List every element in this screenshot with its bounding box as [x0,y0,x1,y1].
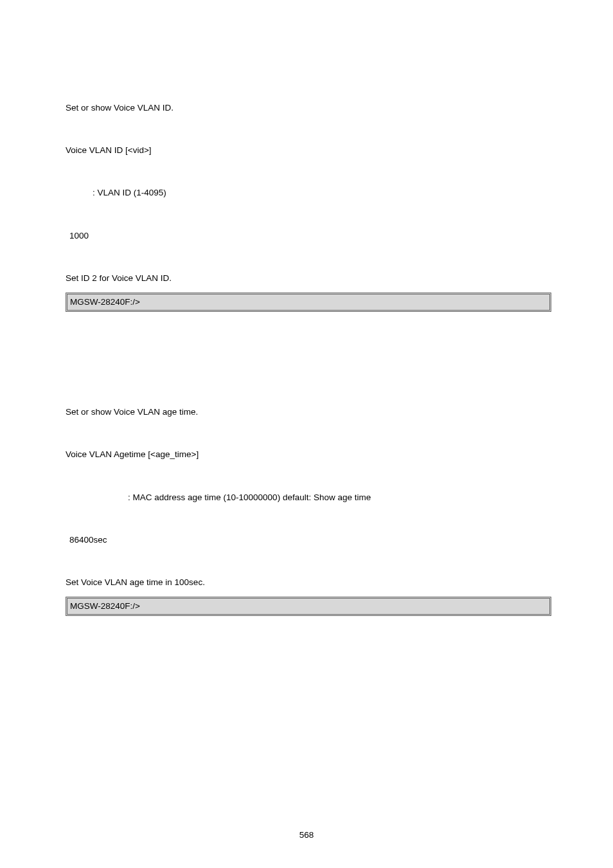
s2-code-prompt: MGSW-28240F:/> [70,601,547,611]
s2-example-desc: Set Voice VLAN age time in 100sec. [66,577,547,588]
s1-code-prompt: MGSW-28240F:/> [70,297,547,307]
page-number: 568 [0,830,613,840]
section-spacer [66,312,547,407]
s1-example-desc: Set ID 2 for Voice VLAN ID. [66,273,547,284]
s1-syntax: Voice VLAN ID [<vid>] [66,145,547,156]
s1-default: 1000 [66,231,547,241]
s1-parameter: : VLAN ID (1-4095) [66,188,547,198]
s2-code-box: MGSW-28240F:/> [66,597,551,616]
s2-description: Set or show Voice VLAN age time. [66,407,547,417]
s2-syntax: Voice VLAN Agetime [<age_time>] [66,449,547,460]
s1-description: Set or show Voice VLAN ID. [66,103,547,113]
s2-parameter: : MAC address age time (10-10000000) def… [66,493,547,503]
s2-default: 86400sec [66,535,547,545]
s1-code-box: MGSW-28240F:/> [66,293,551,312]
page-container: Set or show Voice VLAN ID. Voice VLAN ID… [0,0,613,868]
